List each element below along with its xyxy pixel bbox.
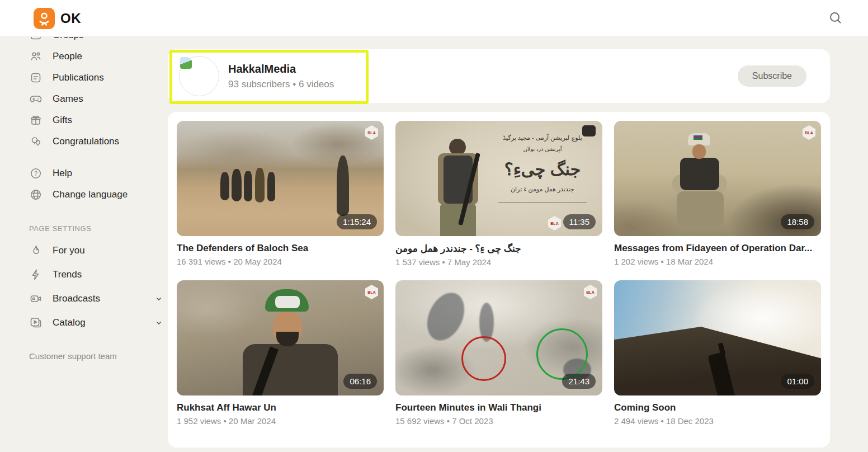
games-icon xyxy=(29,92,43,106)
sidebar-item-games[interactable]: Games xyxy=(29,88,168,110)
annotation-circle-green xyxy=(536,328,588,380)
channel-header-card: HakkalMedia 93 subscribers • 6 videos Su… xyxy=(168,49,830,103)
video-thumbnail[interactable]: 01:00 xyxy=(614,280,821,396)
sidebar-item-people[interactable]: People xyxy=(29,46,168,67)
top-header: OK xyxy=(0,0,868,37)
page-settings-section-label: PAGE SETTINGS xyxy=(29,224,168,233)
video-meta: 15 692 views • 7 Oct 2023 xyxy=(395,416,602,426)
watermark-logo xyxy=(582,125,596,136)
sidebar-item-for-you[interactable]: For you xyxy=(29,238,168,262)
sidebar-item-label: Trends xyxy=(53,269,82,280)
video-grid: BLA 1:15:24 The Defenders of Baloch Sea … xyxy=(177,121,821,426)
video-meta: 16 391 views • 20 May 2024 xyxy=(177,257,384,266)
video-title[interactable]: Fourteen Minutes in Wali Thangi xyxy=(395,402,602,413)
subscribe-button[interactable]: Subscribe xyxy=(738,65,806,87)
sidebar: Groups People Publications Games Gifts C… xyxy=(29,25,168,361)
sidebar-item-broadcasts[interactable]: Broadcasts xyxy=(29,286,168,310)
sidebar-item-label: Gifts xyxy=(53,115,72,126)
sidebar-item-gifts[interactable]: Gifts xyxy=(29,110,168,131)
video-meta: 2 494 views • 18 Dec 2023 xyxy=(614,416,821,426)
video-title[interactable]: Rukhsat Aff Hawar Un xyxy=(177,402,384,413)
watermark-badge: BLA xyxy=(803,125,815,140)
brand-name: OK xyxy=(60,11,81,26)
congratulations-icon xyxy=(29,135,43,148)
video-title[interactable]: Messages from Fidayeen of Operation Dar.… xyxy=(614,243,821,254)
video-thumbnail[interactable]: BLA 21:43 xyxy=(395,280,602,396)
people-icon xyxy=(29,50,43,63)
video-thumbnail[interactable]: BLA 18:58 xyxy=(614,121,821,236)
video-title[interactable]: Coming Soon xyxy=(614,402,821,413)
catalog-icon xyxy=(29,316,43,329)
sidebar-item-label: Publications xyxy=(53,72,104,83)
thumbnail-calligraphy: بلوچ لبریشن آرمی - مجید برگیڈ آپریشن درہ… xyxy=(490,134,595,203)
publications-icon xyxy=(29,71,43,84)
channel-info: HakkalMedia 93 subscribers • 6 videos xyxy=(228,63,334,90)
ok-video-channel-page: { "header": { "brand": "OK" }, "icons": … xyxy=(0,0,868,452)
search-button[interactable] xyxy=(827,10,845,28)
sidebar-item-label: Help xyxy=(53,168,72,179)
video-duration-badge: 11:35 xyxy=(563,214,596,229)
chevron-down-icon[interactable] xyxy=(152,316,166,329)
sidebar-item-label: For you xyxy=(53,245,85,256)
watermark-badge: BLA xyxy=(365,285,378,299)
video-thumbnail[interactable]: BLA 06:16 xyxy=(177,280,384,396)
channel-stats: 93 subscribers • 6 videos xyxy=(228,79,334,90)
video-duration-badge: 18:58 xyxy=(781,214,814,229)
customer-support-link[interactable]: Customer support team xyxy=(29,351,168,361)
globe-icon xyxy=(29,188,43,201)
video-card[interactable]: BLA 18:58 Messages from Fidayeen of Oper… xyxy=(614,121,821,267)
channel-name[interactable]: HakkalMedia xyxy=(228,63,334,76)
sidebar-item-label: People xyxy=(53,51,82,62)
sidebar-item-change-language[interactable]: Change language xyxy=(29,184,168,205)
sidebar-item-label: Catalog xyxy=(53,317,86,328)
sidebar-item-label: Games xyxy=(53,93,83,105)
video-card[interactable]: BLA 21:43 Fourteen Minutes in Wali Thang… xyxy=(395,280,602,426)
video-duration-badge: 1:15:24 xyxy=(337,214,377,229)
help-icon: ? xyxy=(29,167,43,180)
watermark-badge: BLA xyxy=(584,285,597,299)
svg-text:?: ? xyxy=(34,170,37,177)
video-thumbnail[interactable]: BLA 1:15:24 xyxy=(177,121,384,236)
video-card[interactable]: BLA 06:16 Rukhsat Aff Hawar Un 1 952 vie… xyxy=(177,280,384,426)
video-meta: 1 537 views • 7 May 2024 xyxy=(395,257,602,267)
videos-panel: BLA 1:15:24 The Defenders of Baloch Sea … xyxy=(168,112,830,448)
video-thumbnail[interactable]: بلوچ لبریشن آرمی - مجید برگیڈ آپریشن درہ… xyxy=(395,121,602,236)
sidebar-item-trends[interactable]: Broadcasts Trends xyxy=(29,262,168,286)
sidebar-item-label: Congratulations xyxy=(53,136,119,147)
sidebar-item-publications[interactable]: Publications xyxy=(29,67,168,88)
video-title[interactable]: The Defenders of Baloch Sea xyxy=(177,243,384,254)
video-card[interactable]: BLA 1:15:24 The Defenders of Baloch Sea … xyxy=(177,121,384,267)
sidebar-item-help[interactable]: ? Help xyxy=(29,163,168,184)
gifts-icon xyxy=(29,114,43,127)
search-icon xyxy=(828,10,843,28)
channel-avatar[interactable] xyxy=(179,56,219,96)
broadcast-icon xyxy=(29,292,43,305)
watermark-badge: BLA xyxy=(548,216,561,230)
sidebar-item-congratulations[interactable]: Congratulations xyxy=(29,131,168,152)
video-duration-badge: 21:43 xyxy=(562,374,596,389)
annotation-circle-red xyxy=(461,336,506,381)
lightning-icon xyxy=(29,268,43,281)
ok-logo-icon xyxy=(34,8,55,29)
video-duration-badge: 06:16 xyxy=(343,374,377,389)
chevron-down-icon[interactable] xyxy=(152,292,166,305)
main-content: HakkalMedia 93 subscribers • 6 videos Su… xyxy=(168,49,830,448)
ok-home-link[interactable]: OK xyxy=(34,8,81,29)
flame-icon xyxy=(29,244,43,257)
sidebar-item-label: Change language xyxy=(53,189,128,200)
image-placeholder-icon xyxy=(180,57,192,69)
video-card[interactable]: بلوچ لبریشن آرمی - مجید برگیڈ آپریشن درہ… xyxy=(395,121,602,267)
video-title[interactable]: جنگ چی ءِ؟ - جندندر همل مومن xyxy=(395,243,602,255)
video-meta: 1 952 views • 20 Mar 2024 xyxy=(177,416,384,426)
video-duration-badge: 01:00 xyxy=(781,374,814,389)
video-meta: 1 202 views • 18 Mar 2024 xyxy=(614,257,821,266)
video-card[interactable]: 01:00 Coming Soon 2 494 views • 18 Dec 2… xyxy=(614,280,821,426)
sidebar-item-catalog[interactable]: Catalog xyxy=(29,310,168,335)
sidebar-item-label: Broadcasts xyxy=(53,293,100,304)
watermark-badge: BLA xyxy=(365,125,378,140)
